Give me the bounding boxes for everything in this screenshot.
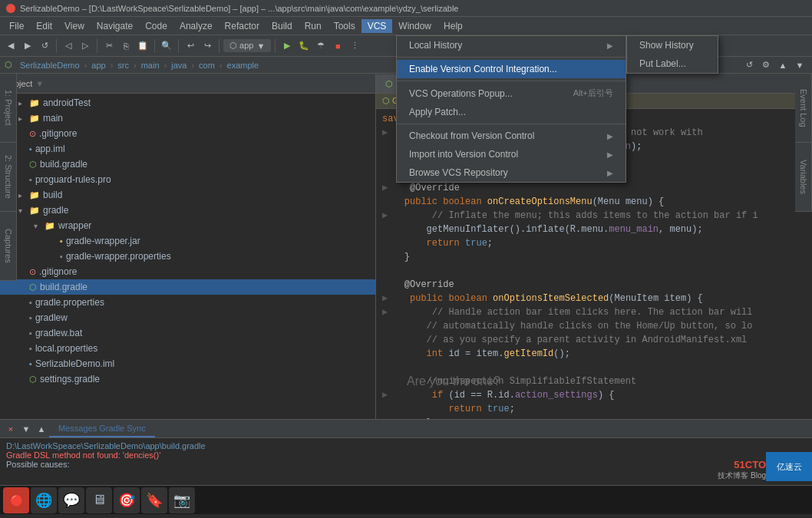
breadcrumb-app[interactable]: app bbox=[88, 61, 108, 70]
toolbar-btn-undo[interactable]: ↩ bbox=[183, 38, 198, 54]
bottom-minimize-icon[interactable]: ▼ bbox=[18, 421, 34, 437]
toolbar-more-btn[interactable]: ⋮ bbox=[347, 38, 362, 54]
menu-vcs[interactable]: VCS bbox=[361, 19, 393, 33]
toolbar-btn-paste[interactable]: 📋 bbox=[135, 38, 150, 54]
taskbar-icon-target[interactable]: 🎯 bbox=[114, 487, 140, 513]
menu-code[interactable]: Code bbox=[139, 19, 173, 33]
breadcrumb-src[interactable]: src bbox=[114, 61, 132, 70]
toolbar-run-btn[interactable]: ▶ bbox=[279, 38, 295, 54]
tree-item[interactable]: ⬡settings.gradle bbox=[0, 371, 375, 387]
toolbar-btn-5[interactable]: ▷ bbox=[78, 38, 93, 54]
taskbar-icon-1[interactable]: 🔴 bbox=[3, 487, 29, 513]
toolbar-btn-copy[interactable]: ⎘ bbox=[118, 38, 134, 54]
breadcrumb-project[interactable]: SerlizableDemo bbox=[17, 61, 83, 70]
main-area: Project ▼ ▸📁androidTest▸📁main⊙.gitignore… bbox=[0, 74, 812, 419]
tree-item[interactable]: ▸📁androidTest bbox=[0, 95, 375, 111]
tab-close-icon[interactable]: × bbox=[462, 79, 467, 88]
close-button[interactable] bbox=[6, 4, 15, 13]
tree-item[interactable]: ▪gradle-wrapper.jar bbox=[0, 233, 375, 249]
menu-help[interactable]: Help bbox=[437, 19, 469, 33]
tree-item[interactable]: ▪gradlew.bat bbox=[0, 325, 375, 341]
menu-refactor[interactable]: Refactor bbox=[219, 19, 266, 33]
tree-item[interactable]: ▪local.properties bbox=[0, 341, 375, 356]
menu-view[interactable]: View bbox=[58, 19, 91, 33]
tree-item[interactable]: ⬡build.gradle bbox=[0, 157, 375, 172]
menu-file[interactable]: File bbox=[3, 19, 30, 33]
toolbar-coverage-btn[interactable]: ☂ bbox=[313, 38, 328, 54]
breadcrumb-com[interactable]: com bbox=[196, 61, 218, 70]
tree-item[interactable]: ▸📁build bbox=[0, 187, 375, 203]
toolbar-btn-2[interactable]: ▶ bbox=[20, 38, 35, 54]
settings-icon[interactable]: ⚙ bbox=[758, 58, 774, 73]
tab-app-close-icon[interactable]: × bbox=[517, 79, 521, 88]
watermark-tech: 技术博客 bbox=[718, 471, 748, 480]
menu-edit[interactable]: Edit bbox=[30, 19, 58, 33]
side-tool-project[interactable]: 1: Project bbox=[0, 74, 17, 143]
toolbar-btn-3[interactable]: ↺ bbox=[37, 38, 52, 54]
side-tool-event-log[interactable]: Event Log bbox=[795, 74, 812, 143]
toolbar-btn-1[interactable]: ◀ bbox=[3, 38, 18, 54]
toolbar-sep-3 bbox=[154, 39, 155, 53]
taskbar-icon-screen[interactable]: 🖥 bbox=[86, 487, 112, 513]
toolbar-btn-search[interactable]: 🔍 bbox=[159, 38, 174, 54]
breadcrumb-main[interactable]: main bbox=[138, 61, 163, 70]
tree-item[interactable]: ▪SerlizableDemo.iml bbox=[0, 356, 375, 371]
tab-serlizable-demo[interactable]: ⬡ SerlizableDemo × bbox=[376, 74, 477, 93]
toolbar-btn-4[interactable]: ◁ bbox=[61, 38, 76, 54]
build-path[interactable]: D:\LastWorkSpeace\SerlizableDemo\app\bui… bbox=[6, 441, 206, 450]
editor-area[interactable]: savedInstanceState) { ▶ // ...binding, e… bbox=[376, 109, 812, 419]
bottom-maximize-icon[interactable]: ▲ bbox=[34, 421, 49, 437]
tab-git-close-icon[interactable]: × bbox=[592, 79, 596, 88]
refresh-icon[interactable]: ↺ bbox=[741, 58, 757, 73]
side-tool-structure[interactable]: 2: Structure bbox=[0, 143, 17, 212]
tab-messages[interactable]: Messages Gradle Sync bbox=[49, 421, 155, 437]
toolbar-debug-btn[interactable]: 🐛 bbox=[296, 38, 312, 54]
menu-analyze[interactable]: Analyze bbox=[173, 19, 219, 33]
tree-item-label: gradle-wrapper.jar bbox=[66, 236, 140, 246]
menu-navigate[interactable]: Navigate bbox=[91, 19, 139, 33]
tree-item[interactable]: ▸📁main bbox=[0, 111, 375, 126]
toolbar-btn-redo[interactable]: ↪ bbox=[200, 38, 215, 54]
taskbar: 🔴 🌐 💬 🖥 🎯 🔖 📷 bbox=[0, 485, 812, 514]
toolbar-sep-6 bbox=[275, 39, 276, 53]
tree-item-label: local.properties bbox=[35, 343, 97, 354]
taskbar-icon-bookmark[interactable]: 🔖 bbox=[141, 487, 167, 513]
bottom-close-icon[interactable]: × bbox=[3, 421, 18, 437]
menu-window[interactable]: Window bbox=[392, 19, 437, 33]
tree-item[interactable]: ▪proguard-rules.pro bbox=[0, 172, 375, 187]
toolbar-stop-btn[interactable]: ■ bbox=[330, 38, 345, 54]
menu-run[interactable]: Run bbox=[299, 19, 328, 33]
tree-item[interactable]: ▪gradle.properties bbox=[0, 295, 375, 310]
menu-build[interactable]: Build bbox=[266, 19, 299, 33]
tab-gitignore[interactable]: ⊙ .gitignore × bbox=[532, 74, 607, 93]
collapse-icon[interactable]: ▲ bbox=[775, 58, 791, 73]
breadcrumb-java[interactable]: java bbox=[168, 61, 190, 70]
tree-item[interactable]: ⬡build.gradle bbox=[0, 279, 375, 295]
title-bar: SerlizableDemo – [D:\LastWorkSpeace\Serl… bbox=[0, 0, 812, 17]
tree-item[interactable]: ▾📁wrapper bbox=[0, 218, 375, 233]
tab-app[interactable]: ⬡ app × bbox=[477, 74, 532, 93]
tree-item[interactable]: ▪app.iml bbox=[0, 141, 375, 157]
side-tool-captures[interactable]: Captures bbox=[0, 212, 17, 281]
menu-tools[interactable]: Tools bbox=[328, 19, 361, 33]
tree-item[interactable]: ⊙.gitignore bbox=[0, 264, 375, 279]
app-badge[interactable]: ⬡ app ▼ bbox=[223, 39, 271, 52]
taskbar-icon-chrome[interactable]: 🌐 bbox=[31, 487, 57, 513]
expand-icon[interactable]: ▼ bbox=[792, 58, 807, 73]
side-tool-variables[interactable]: Variables bbox=[795, 143, 812, 212]
tree-item[interactable]: ⊙.gitignore bbox=[0, 126, 375, 141]
tree-item[interactable]: ▾📁gradle bbox=[0, 203, 375, 218]
toolbar: ◀ ▶ ↺ ◁ ▷ ✂ ⎘ 📋 🔍 ↩ ↪ ⬡ app ▼ ▶ 🐛 ☂ ■ ⋮ bbox=[0, 35, 812, 57]
tree-item-label: main bbox=[43, 113, 63, 124]
taskbar-icon-camera[interactable]: 📷 bbox=[169, 487, 195, 513]
editor-panel: ⬡ SerlizableDemo × ⬡ app × ⊙ .gitignore … bbox=[376, 74, 812, 419]
app-badge-label: ⬡ app bbox=[229, 41, 253, 51]
tree-item[interactable]: ▪gradle-wrapper.properties bbox=[0, 249, 375, 264]
build-path-line: D:\LastWorkSpeace\SerlizableDemo\app\bui… bbox=[6, 441, 806, 450]
tree-item[interactable]: ▪gradlew bbox=[0, 310, 375, 325]
breadcrumb-example[interactable]: example bbox=[224, 61, 262, 70]
toolbar-btn-cut[interactable]: ✂ bbox=[101, 38, 117, 54]
taskbar-icon-chat[interactable]: 💬 bbox=[58, 487, 84, 513]
project-dropdown[interactable]: ▼ bbox=[35, 79, 44, 88]
tree-item-label: .gitignore bbox=[39, 128, 77, 139]
